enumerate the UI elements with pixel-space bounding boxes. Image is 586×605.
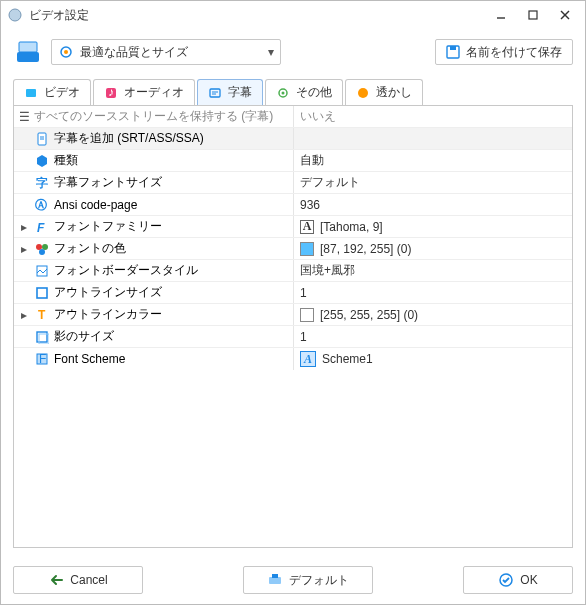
property-value: 1 [300, 286, 307, 300]
svg-text:T: T [38, 308, 46, 322]
tab-subtitle[interactable]: 字幕 [197, 79, 263, 105]
svg-text:F: F [37, 221, 45, 234]
cancel-label: Cancel [70, 573, 107, 587]
back-arrow-icon [48, 573, 64, 587]
row-icon: Ⓐ [34, 197, 50, 213]
property-value: [Tahoma, 9] [320, 220, 383, 234]
tab-audio[interactable]: ♪ オーディオ [93, 79, 195, 105]
maximize-button[interactable] [519, 5, 547, 25]
tab-watermark-label: 透かし [376, 84, 412, 101]
property-label: 字幕フォントサイズ [54, 174, 162, 191]
property-row[interactable]: 種類自動 [14, 150, 572, 172]
svg-rect-11 [26, 89, 36, 97]
svg-point-26 [36, 244, 42, 250]
quality-select[interactable]: 最適な品質とサイズ ▾ [51, 39, 281, 65]
property-label: Font Scheme [54, 352, 125, 366]
ok-button[interactable]: OK [463, 566, 573, 594]
property-value: [255, 255, 255] (0) [320, 308, 418, 322]
property-value: 936 [300, 198, 320, 212]
quality-icon [58, 44, 74, 60]
svg-rect-37 [272, 574, 278, 578]
svg-text:字: 字 [36, 176, 48, 190]
svg-point-18 [282, 91, 285, 94]
default-label: デフォルト [289, 572, 349, 589]
collapse-icon[interactable]: ☰ [18, 110, 30, 124]
svg-rect-6 [19, 42, 37, 52]
add-subtitle-row[interactable]: 字幕を追加 (SRT/ASS/SSA) [14, 128, 572, 150]
svg-rect-5 [17, 52, 39, 62]
property-row[interactable]: ⒶAnsi code-page936 [14, 194, 572, 216]
tab-video[interactable]: ビデオ [13, 79, 91, 105]
expand-icon[interactable]: ▸ [18, 220, 30, 234]
check-icon [498, 572, 514, 588]
property-row[interactable]: 字字幕フォントサイズデフォルト [14, 172, 572, 194]
svg-point-28 [39, 249, 45, 255]
property-row[interactable]: ▸フォントの色[87, 192, 255] (0) [14, 238, 572, 260]
property-value: [87, 192, 255] (0) [320, 242, 411, 256]
expand-icon[interactable]: ▸ [18, 242, 30, 256]
svg-point-8 [64, 50, 68, 54]
quality-label: 最適な品質とサイズ [80, 44, 268, 61]
property-grid: ☰ すべてのソースストリームを保持する (字幕) いいえ 字幕を追加 (SRT/… [13, 105, 573, 548]
gear-icon [276, 86, 290, 100]
tab-other[interactable]: その他 [265, 79, 343, 105]
file-icon [34, 131, 50, 147]
grid-header-value: いいえ [300, 108, 336, 125]
printer-icon [267, 573, 283, 587]
chevron-down-icon: ▾ [268, 45, 274, 59]
color-chip-icon [300, 242, 314, 256]
property-row[interactable]: フォントボーダースタイル国境+風邪 [14, 260, 572, 282]
svg-rect-36 [269, 577, 281, 584]
svg-point-19 [358, 88, 368, 98]
property-value: 1 [300, 330, 307, 344]
property-row[interactable]: ▸Tアウトラインカラー[255, 255, 255] (0) [14, 304, 572, 326]
tab-audio-label: オーディオ [124, 84, 184, 101]
property-label: 種類 [54, 152, 78, 169]
window-title: ビデオ設定 [29, 7, 487, 24]
row-icon: F [34, 351, 50, 367]
row-icon [34, 329, 50, 345]
cancel-button[interactable]: Cancel [13, 566, 143, 594]
close-button[interactable] [551, 5, 579, 25]
property-label: 影のサイズ [54, 328, 114, 345]
property-row[interactable]: 影のサイズ1 [14, 326, 572, 348]
tab-other-label: その他 [296, 84, 332, 101]
row-icon [34, 241, 50, 257]
add-subtitle-label: 字幕を追加 (SRT/ASS/SSA) [54, 130, 204, 147]
svg-text:Ⓐ: Ⓐ [35, 198, 47, 212]
tabs: ビデオ ♪ オーディオ 字幕 その他 透かし [1, 75, 585, 105]
save-as-button[interactable]: 名前を付けて保存 [435, 39, 573, 65]
tab-subtitle-label: 字幕 [228, 84, 252, 101]
property-label: フォントファミリー [54, 218, 162, 235]
titlebar: ビデオ設定 [1, 1, 585, 29]
footer: Cancel デフォルト OK [1, 556, 585, 604]
watermark-icon [356, 86, 370, 100]
default-button[interactable]: デフォルト [243, 566, 373, 594]
property-label: アウトラインサイズ [54, 284, 162, 301]
property-value: Scheme1 [322, 352, 373, 366]
svg-text:F: F [39, 352, 46, 366]
row-icon [34, 153, 50, 169]
tab-watermark[interactable]: 透かし [345, 79, 423, 105]
expand-icon[interactable]: ▸ [18, 308, 30, 322]
row-icon [34, 285, 50, 301]
property-row[interactable]: FFont SchemeAScheme1 [14, 348, 572, 370]
property-row[interactable]: ▸FフォントファミリーA[Tahoma, 9] [14, 216, 572, 238]
property-label: フォントボーダースタイル [54, 262, 198, 279]
row-icon: F [34, 219, 50, 235]
svg-rect-10 [450, 46, 456, 50]
app-icon [7, 7, 23, 23]
svg-point-0 [9, 9, 21, 21]
property-label: Ansi code-page [54, 198, 137, 212]
row-icon [34, 263, 50, 279]
color-chip-icon [300, 308, 314, 322]
save-icon [446, 45, 460, 59]
row-icon: 字 [34, 175, 50, 191]
window-controls [487, 5, 579, 25]
grid-header-label: すべてのソースストリームを保持する (字幕) [34, 108, 273, 125]
svg-rect-14 [210, 89, 220, 97]
property-row[interactable]: アウトラインサイズ1 [14, 282, 572, 304]
property-value: 自動 [300, 152, 324, 169]
video-icon [24, 86, 38, 100]
minimize-button[interactable] [487, 5, 515, 25]
